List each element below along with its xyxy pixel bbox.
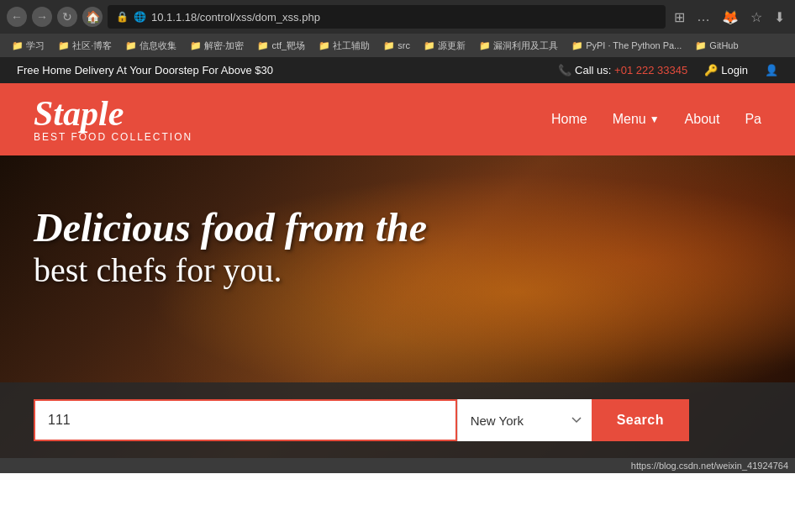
nav-menu-label: Menu — [613, 112, 646, 127]
nav-pages[interactable]: Pa — [745, 112, 761, 127]
status-bar: https://blog.csdn.net/weixin_41924764 — [0, 458, 795, 473]
site-content: Free Home Delivery At Your Doorstep For … — [0, 57, 795, 473]
home-button[interactable]: 🏠 — [82, 7, 103, 27]
hero-title-line2: best chefs for you. — [34, 250, 761, 291]
call-info: 📞 Call us: +01 222 33345 — [558, 64, 687, 76]
nav-home[interactable]: Home — [551, 112, 587, 127]
bookmark-info[interactable]: 信息收集 — [120, 38, 182, 54]
user-avatar-icon[interactable]: 👤 — [765, 64, 778, 76]
login-label: Login — [721, 64, 748, 76]
nav-menu[interactable]: Menu ▼ — [613, 112, 660, 127]
address-bar[interactable]: 🔒 🌐 10.1.1.18/control/xss/dom_xss.php — [108, 5, 666, 29]
site-header: Staple Best Food Collection Home Menu ▼ … — [0, 83, 795, 155]
security-icon: 🔒 — [116, 11, 129, 23]
overflow-menu-icon[interactable]: … — [693, 8, 713, 26]
bookmark-community[interactable]: 社区·博客 — [53, 38, 117, 54]
call-number: +01 222 33345 — [614, 64, 687, 76]
download-icon[interactable]: ⬇ — [771, 8, 788, 27]
firefox-logo: 🦊 — [719, 8, 742, 27]
bookmark-xuexi[interactable]: 学习 — [7, 38, 50, 54]
url-text: 10.1.1.18/control/xss/dom_xss.php — [151, 11, 657, 24]
search-section: New York Los Angeles Chicago Houston Sea… — [0, 382, 795, 458]
browser-toolbar-icons: ⊞ … 🦊 ☆ ⬇ — [671, 8, 788, 27]
qr-icon[interactable]: ⊞ — [671, 8, 688, 27]
call-label: Call us: — [575, 64, 611, 76]
search-bar: New York Los Angeles Chicago Houston Sea… — [34, 399, 689, 441]
bookmark-pypi[interactable]: PyPI · The Python Pa... — [566, 39, 687, 53]
search-input[interactable] — [34, 399, 457, 441]
bookmark-updates[interactable]: 源更新 — [419, 38, 471, 54]
hero-title-line1: Delicious food from the — [34, 206, 761, 250]
logo-area: Staple Best Food Collection — [34, 96, 192, 143]
site-tagline: Best Food Collection — [34, 131, 192, 143]
login-button[interactable]: 🔑 Login — [704, 64, 748, 76]
back-button[interactable]: ← — [7, 7, 27, 27]
status-url: https://blog.csdn.net/weixin_41924764 — [631, 461, 788, 471]
notification-bar: Free Home Delivery At Your Doorstep For … — [0, 57, 795, 83]
star-icon[interactable]: ☆ — [747, 8, 766, 27]
nav-about[interactable]: About — [685, 112, 720, 127]
browser-toolbar: ← → ↻ 🏠 🔒 🌐 10.1.1.18/control/xss/dom_xs… — [0, 0, 795, 34]
hero-content: Delicious food from the best chefs for y… — [0, 155, 795, 316]
bookmark-social[interactable]: 社工辅助 — [313, 38, 375, 54]
site-nav: Home Menu ▼ About Pa — [551, 112, 761, 127]
forward-button[interactable]: → — [32, 7, 52, 27]
reload-button[interactable]: ↻ — [57, 7, 77, 27]
bookmark-vuln[interactable]: 漏洞利用及工具 — [474, 38, 563, 54]
site-logo[interactable]: Staple — [34, 96, 192, 131]
bookmark-src[interactable]: src — [378, 39, 415, 53]
delivery-notice: Free Home Delivery At Your Doorstep For … — [17, 64, 273, 76]
bookmarks-bar: 学习 社区·博客 信息收集 解密·加密 ctf_靶场 社工辅助 src 源更新 … — [0, 34, 795, 57]
chevron-down-icon: ▼ — [650, 113, 660, 125]
search-button[interactable]: Search — [592, 399, 689, 441]
location-select[interactable]: New York Los Angeles Chicago Houston — [457, 399, 592, 441]
browser-chrome: ← → ↻ 🏠 🔒 🌐 10.1.1.18/control/xss/dom_xs… — [0, 0, 795, 57]
login-icon: 🔑 — [704, 64, 718, 76]
bookmark-ctf[interactable]: ctf_靶场 — [252, 38, 310, 54]
site-icon: 🌐 — [134, 11, 146, 23]
bookmark-crypto[interactable]: 解密·加密 — [185, 38, 249, 54]
bookmark-github[interactable]: GitHub — [690, 39, 743, 53]
hero-section: Delicious food from the best chefs for y… — [0, 155, 795, 458]
notification-right: 📞 Call us: +01 222 33345 🔑 Login 👤 — [558, 64, 778, 76]
